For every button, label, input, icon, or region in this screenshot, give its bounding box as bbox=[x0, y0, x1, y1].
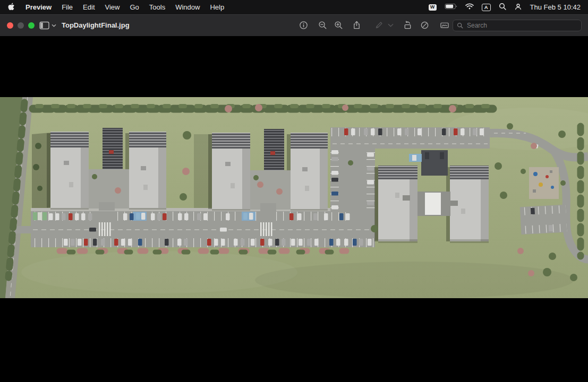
battery-icon[interactable] bbox=[445, 3, 457, 11]
markup-options-chevron[interactable] bbox=[387, 19, 394, 32]
parking-southeast bbox=[520, 205, 568, 235]
spotlight-search-icon[interactable] bbox=[499, 3, 506, 12]
menu-clock[interactable]: Thu Feb 5 10:42 bbox=[530, 3, 581, 11]
zoom-out-button[interactable] bbox=[316, 19, 329, 32]
menu-extra-icon[interactable]: W bbox=[429, 4, 437, 11]
building-cluster-2 bbox=[208, 129, 328, 212]
search-icon bbox=[457, 22, 463, 29]
minimize-button[interactable] bbox=[18, 22, 24, 29]
menu-view[interactable]: View bbox=[105, 3, 120, 11]
fullscreen-button[interactable] bbox=[28, 22, 35, 29]
annotate-button[interactable] bbox=[417, 19, 431, 32]
sidebar-toggle-button[interactable] bbox=[38, 19, 57, 32]
menu-tools[interactable]: Tools bbox=[149, 3, 165, 11]
menu-window[interactable]: Window bbox=[175, 3, 200, 11]
menu-bar: Preview File Edit View Go Tools Window H… bbox=[0, 0, 588, 14]
zoom-in-button[interactable] bbox=[331, 19, 345, 32]
menu-help[interactable]: Help bbox=[210, 3, 224, 11]
input-source-icon[interactable]: A bbox=[482, 4, 491, 11]
search-field[interactable] bbox=[453, 20, 582, 31]
document-image bbox=[0, 97, 588, 298]
close-button[interactable] bbox=[7, 22, 13, 29]
screen: Preview File Edit View Go Tools Window H… bbox=[0, 0, 588, 382]
user-switch-icon[interactable] bbox=[514, 3, 522, 12]
apple-menu-icon[interactable] bbox=[7, 3, 15, 12]
rotate-button[interactable] bbox=[400, 19, 414, 32]
app-menu-preview[interactable]: Preview bbox=[25, 3, 52, 11]
menu-file[interactable]: File bbox=[62, 3, 73, 11]
traffic-lights bbox=[7, 22, 35, 29]
building-cluster-1 bbox=[47, 128, 166, 211]
playground bbox=[529, 167, 559, 199]
window-title: TopDaylightFinal.jpg bbox=[62, 14, 130, 36]
markup-button[interactable] bbox=[372, 19, 386, 32]
vegetation-top bbox=[33, 104, 493, 112]
search-input[interactable] bbox=[466, 21, 577, 30]
chevron-down-icon bbox=[52, 24, 56, 28]
window-titlebar: TopDaylightFinal.jpg bbox=[0, 14, 588, 37]
signature-button[interactable] bbox=[438, 19, 451, 32]
menu-go[interactable]: Go bbox=[130, 3, 139, 11]
sidebar-icon bbox=[39, 21, 50, 30]
wifi-icon[interactable] bbox=[465, 3, 474, 11]
document-canvas bbox=[0, 36, 588, 382]
info-button[interactable] bbox=[296, 19, 310, 32]
share-button[interactable] bbox=[350, 19, 363, 32]
toolbar bbox=[296, 14, 451, 36]
menu-edit[interactable]: Edit bbox=[83, 3, 95, 11]
